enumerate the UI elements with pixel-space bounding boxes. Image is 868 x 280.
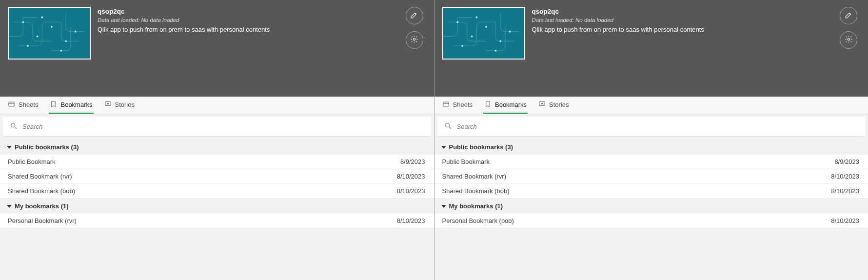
- svg-point-2: [37, 36, 39, 38]
- app-description: Qlik app to push from on prem to saas wi…: [98, 26, 399, 33]
- section-title: My bookmarks (1): [449, 202, 503, 210]
- svg-point-19: [485, 26, 487, 28]
- svg-point-21: [461, 45, 463, 47]
- svg-point-30: [445, 123, 449, 127]
- search-icon: [10, 122, 18, 131]
- bookmark-name: Personal Bookmark (bob): [442, 217, 514, 224]
- chevron-down-icon: [7, 146, 12, 149]
- bookmark-name: Shared Bookmark (bob): [8, 187, 75, 195]
- app-title: qsop2qc: [532, 8, 833, 15]
- app-thumbnail[interactable]: [442, 7, 525, 60]
- section-title: My bookmarks (1): [15, 202, 69, 210]
- header-actions: [406, 7, 426, 49]
- section-title: Public bookmarks (3): [15, 143, 79, 151]
- bookmark-row[interactable]: Shared Bookmark (bob)8/10/2023: [0, 184, 434, 199]
- search-input[interactable]: [22, 123, 424, 130]
- header-actions: [840, 7, 860, 49]
- svg-rect-10: [9, 102, 14, 106]
- my-bookmarks-header[interactable]: My bookmarks (1): [434, 199, 868, 214]
- app-header: qsop2qc Data last loaded: No data loaded…: [0, 0, 434, 97]
- chevron-down-icon: [441, 205, 446, 208]
- bookmark-date: 8/9/2023: [834, 158, 859, 165]
- bookmark-row[interactable]: Personal Bookmark (rvr)8/10/2023: [0, 214, 434, 228]
- svg-marker-13: [107, 103, 109, 104]
- tab-stories[interactable]: Stories: [103, 97, 136, 114]
- bookmark-name: Shared Bookmark (rvr): [8, 173, 72, 180]
- svg-marker-29: [541, 103, 543, 104]
- svg-point-6: [75, 31, 77, 33]
- svg-point-18: [471, 36, 473, 38]
- bookmark-icon: [50, 100, 57, 109]
- svg-rect-0: [9, 8, 90, 59]
- tabs: SheetsBookmarksStories: [0, 97, 434, 114]
- bookmark-date: 8/10/2023: [397, 187, 425, 195]
- tab-bookmarks[interactable]: Bookmarks: [49, 97, 93, 114]
- bookmark-name: Personal Bookmark (rvr): [8, 217, 77, 224]
- bookmark-date: 8/9/2023: [400, 158, 425, 165]
- svg-line-31: [449, 127, 451, 129]
- settings-button[interactable]: [406, 31, 423, 49]
- sheets-icon: [8, 100, 15, 109]
- bookmark-row[interactable]: Shared Bookmark (bob)8/10/2023: [434, 184, 868, 199]
- bookmark-row[interactable]: Shared Bookmark (rvr)8/10/2023: [0, 169, 434, 184]
- svg-line-15: [15, 127, 17, 129]
- svg-point-7: [41, 17, 43, 19]
- public-bookmarks-header[interactable]: Public bookmarks (3): [0, 140, 434, 155]
- bookmark-name: Public Bookmark: [8, 158, 56, 165]
- gear-icon: [410, 35, 418, 45]
- tab-label: Sheets: [19, 101, 38, 108]
- bookmark-row[interactable]: Personal Bookmark (bob)8/10/2023: [434, 214, 868, 228]
- bookmark-row[interactable]: Shared Bookmark (rvr)8/10/2023: [434, 169, 868, 184]
- app-last-loaded: Data last loaded: No data loaded: [98, 17, 399, 23]
- tabs: SheetsBookmarksStories: [434, 97, 868, 114]
- svg-point-9: [413, 38, 415, 40]
- pane-0: qsop2qc Data last loaded: No data loaded…: [0, 0, 434, 280]
- bookmark-name: Shared Bookmark (rvr): [442, 173, 506, 180]
- tab-label: Bookmarks: [60, 101, 92, 108]
- tab-sheets[interactable]: Sheets: [7, 97, 39, 114]
- app-description: Qlik app to push from on prem to saas wi…: [532, 26, 833, 33]
- sheets-icon: [442, 100, 450, 109]
- settings-button[interactable]: [840, 31, 857, 49]
- edit-button[interactable]: [406, 7, 423, 24]
- svg-point-8: [60, 50, 62, 52]
- tab-label: Stories: [115, 101, 135, 108]
- bookmark-row[interactable]: Public Bookmark8/9/2023: [434, 155, 868, 169]
- bookmark-row[interactable]: Public Bookmark8/9/2023: [0, 155, 434, 169]
- bookmark-name: Shared Bookmark (bob): [442, 187, 510, 195]
- svg-point-5: [27, 45, 29, 47]
- app-info: qsop2qc Data last loaded: No data loaded…: [532, 7, 833, 33]
- stories-icon: [104, 100, 112, 109]
- bookmark-date: 8/10/2023: [831, 217, 859, 224]
- my-bookmarks-header[interactable]: My bookmarks (1): [0, 199, 434, 214]
- chevron-down-icon: [441, 146, 446, 149]
- svg-point-23: [475, 17, 477, 19]
- pane-1: qsop2qc Data last loaded: No data loaded…: [434, 0, 868, 280]
- app-thumbnail[interactable]: [8, 7, 91, 60]
- bookmark-name: Public Bookmark: [442, 158, 490, 165]
- svg-point-4: [65, 40, 67, 42]
- public-bookmarks-header[interactable]: Public bookmarks (3): [434, 140, 868, 155]
- edit-button[interactable]: [840, 7, 857, 24]
- pencil-icon: [410, 11, 418, 20]
- svg-point-25: [848, 38, 849, 40]
- stories-icon: [538, 100, 546, 109]
- search-input[interactable]: [457, 123, 859, 130]
- svg-rect-26: [443, 102, 448, 106]
- svg-point-3: [51, 26, 53, 28]
- app-last-loaded: Data last loaded: No data loaded: [532, 17, 833, 23]
- svg-point-14: [11, 123, 15, 127]
- search-bar: [437, 117, 866, 137]
- app-title: qsop2qc: [98, 8, 399, 15]
- chevron-down-icon: [7, 205, 12, 208]
- tab-stories[interactable]: Stories: [537, 97, 570, 114]
- section-title: Public bookmarks (3): [449, 143, 513, 151]
- bookmark-icon: [484, 100, 492, 109]
- tab-bookmarks[interactable]: Bookmarks: [483, 97, 528, 114]
- svg-point-22: [509, 31, 511, 33]
- bookmark-date: 8/10/2023: [397, 217, 425, 224]
- svg-point-17: [456, 21, 458, 23]
- tab-label: Bookmarks: [495, 101, 527, 108]
- svg-rect-16: [443, 8, 524, 59]
- tab-sheets[interactable]: Sheets: [441, 97, 473, 114]
